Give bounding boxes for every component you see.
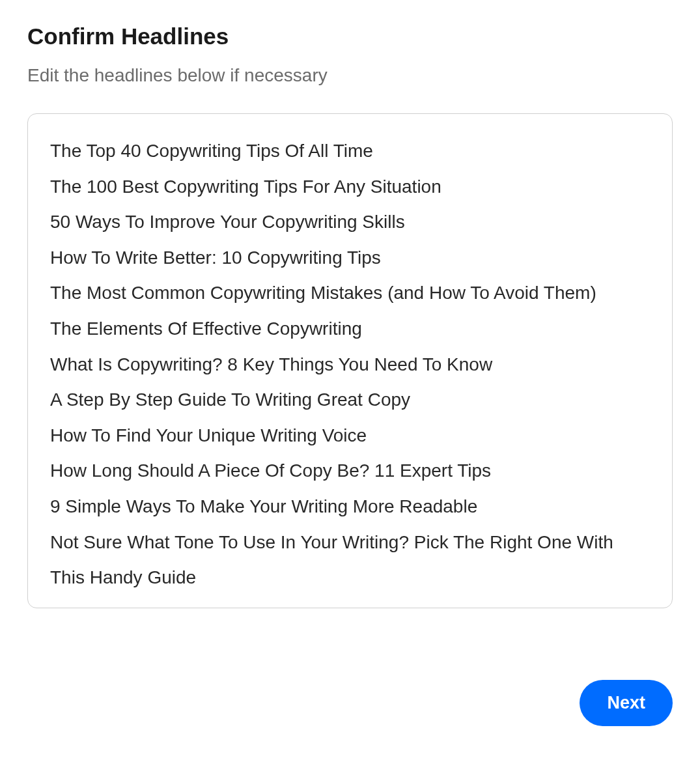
headline-line[interactable]: Not Sure What Tone To Use In Your Writin… [50, 525, 650, 596]
page-title: Confirm Headlines [27, 23, 673, 49]
headlines-editor[interactable]: The Top 40 Copywriting Tips Of All TimeT… [27, 113, 673, 608]
headline-line[interactable]: What Is Copywriting? 8 Key Things You Ne… [50, 347, 650, 383]
headline-line[interactable]: The 100 Best Copywriting Tips For Any Si… [50, 169, 650, 205]
headline-line[interactable]: The Elements Of Effective Copywriting [50, 311, 650, 347]
next-button[interactable]: Next [580, 680, 673, 726]
headline-line[interactable]: How Long Should A Piece Of Copy Be? 11 E… [50, 453, 650, 489]
headline-line[interactable]: 50 Ways To Improve Your Copywriting Skil… [50, 204, 650, 240]
page-subtitle: Edit the headlines below if necessary [27, 65, 673, 86]
headline-line[interactable]: 9 Simple Ways To Make Your Writing More … [50, 489, 650, 525]
headline-line[interactable]: The Top 40 Copywriting Tips Of All Time [50, 134, 650, 169]
headline-line[interactable]: How To Find Your Unique Writing Voice [50, 418, 650, 454]
headline-line[interactable]: The Most Common Copywriting Mistakes (an… [50, 275, 650, 311]
headline-line[interactable]: A Step By Step Guide To Writing Great Co… [50, 382, 650, 418]
headline-line[interactable]: How To Write Better: 10 Copywriting Tips [50, 240, 650, 276]
